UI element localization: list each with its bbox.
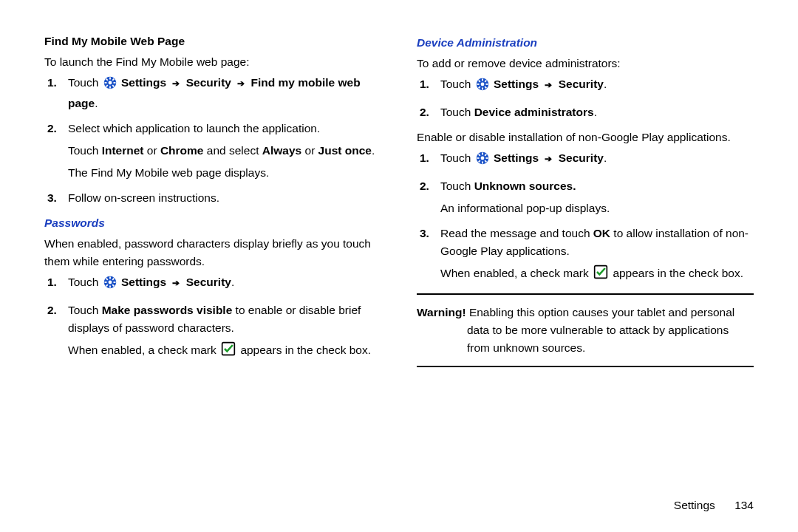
- step-2: 2. Touch Make passwords visible to enabl…: [66, 301, 381, 361]
- steps-unknown-sources: 1. Touch Settings ➔ Security. 2. Touch U…: [417, 149, 754, 284]
- arrow-icon: ➔: [545, 152, 552, 166]
- steps-passwords: 1. Touch Settings ➔ Security. 2. Touch M…: [44, 273, 381, 361]
- subsection-heading-device-admin: Device Administration: [417, 34, 754, 52]
- checkmark-icon: [221, 341, 236, 361]
- subsection-heading-passwords: Passwords: [44, 214, 381, 232]
- settings-gear-icon: [476, 151, 489, 170]
- page-footer: Settings 134: [674, 497, 754, 514]
- steps-device-admin: 1. Touch Settings ➔ Security. 2. Touch D…: [417, 75, 754, 121]
- step-1: 1. Touch Settings ➔ Security.: [66, 273, 381, 294]
- arrow-icon: ➔: [237, 77, 245, 91]
- divider: [417, 293, 754, 295]
- left-column: Find My Mobile Web Page To launch the Fi…: [44, 30, 381, 376]
- footer-section: Settings: [674, 499, 715, 511]
- step-3: 3. Read the message and touch OK to allo…: [439, 225, 754, 284]
- checkmark-icon: [593, 265, 608, 284]
- steps-find-my-mobile: 1. Touch Settings ➔ Security ➔ Find my m…: [44, 74, 381, 207]
- arrow-icon: ➔: [172, 276, 180, 290]
- warning-text: Warning! Enabling this option causes you…: [417, 304, 754, 357]
- intro-text: To launch the Find My Mobile web page:: [44, 53, 381, 71]
- step-1: 1. Touch Settings ➔ Security ➔ Find my m…: [66, 74, 381, 112]
- step-1: 1. Touch Settings ➔ Security.: [439, 149, 754, 170]
- right-column: Device Administration To add or remove d…: [417, 30, 754, 376]
- settings-gear-icon: [476, 78, 489, 96]
- step-2: 2. Touch Unknown sources. An information…: [439, 177, 754, 217]
- step-3: 3. Follow on-screen instructions.: [66, 189, 381, 207]
- settings-gear-icon: [103, 76, 117, 95]
- section-heading-find-my-mobile: Find My Mobile Web Page: [44, 33, 381, 50]
- step-2: 2. Select which application to launch th…: [66, 120, 381, 182]
- arrow-icon: ➔: [172, 77, 180, 91]
- settings-gear-icon: [103, 276, 117, 294]
- device-admin-intro: To add or remove device administrators:: [417, 55, 754, 72]
- arrow-icon: ➔: [545, 78, 552, 92]
- unknown-sources-intro: Enable or disable installation of non-Go…: [417, 129, 754, 146]
- divider: [417, 366, 754, 367]
- page-number: 134: [734, 499, 754, 511]
- step-1: 1. Touch Settings ➔ Security.: [439, 75, 754, 96]
- passwords-intro: When enabled, password characters displa…: [44, 235, 381, 270]
- step-2: 2. Touch Device administrators.: [439, 103, 754, 121]
